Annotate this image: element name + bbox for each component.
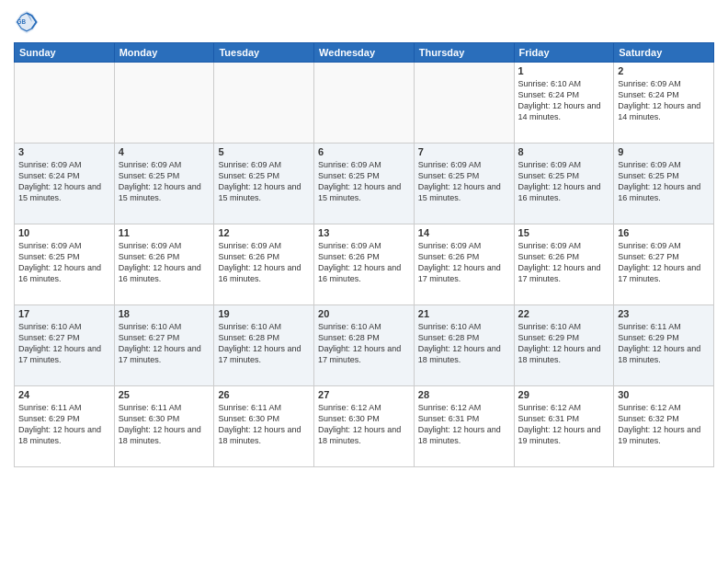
calendar-cell: 26Sunrise: 6:11 AM Sunset: 6:30 PM Dayli… (214, 386, 314, 467)
calendar-cell (114, 63, 214, 144)
calendar-cell: 5Sunrise: 6:09 AM Sunset: 6:25 PM Daylig… (214, 144, 314, 224)
day-number: 10 (18, 227, 110, 238)
calendar-cell: 2Sunrise: 6:09 AM Sunset: 6:24 PM Daylig… (614, 63, 714, 144)
day-info: Sunrise: 6:10 AM Sunset: 6:24 PM Dayligh… (518, 78, 610, 123)
calendar-cell: 17Sunrise: 6:10 AM Sunset: 6:27 PM Dayli… (15, 305, 115, 386)
weekday-header-sunday: Sunday (15, 43, 115, 63)
day-info: Sunrise: 6:11 AM Sunset: 6:30 PM Dayligh… (119, 402, 210, 447)
day-info: Sunrise: 6:10 AM Sunset: 6:28 PM Dayligh… (418, 321, 510, 366)
day-number: 8 (518, 146, 610, 157)
day-info: Sunrise: 6:09 AM Sunset: 6:26 PM Dayligh… (318, 240, 410, 285)
day-number: 21 (418, 308, 510, 319)
day-info: Sunrise: 6:09 AM Sunset: 6:25 PM Dayligh… (418, 159, 510, 204)
calendar-cell (15, 63, 115, 144)
day-info: Sunrise: 6:10 AM Sunset: 6:27 PM Dayligh… (18, 321, 110, 366)
calendar-cell (314, 63, 415, 144)
day-number: 28 (418, 389, 510, 400)
calendar-cell: 22Sunrise: 6:10 AM Sunset: 6:29 PM Dayli… (514, 305, 614, 386)
day-number: 20 (318, 308, 410, 319)
logo-icon: GB (14, 9, 40, 35)
calendar-cell: 30Sunrise: 6:12 AM Sunset: 6:32 PM Dayli… (614, 386, 714, 467)
svg-text:GB: GB (17, 18, 27, 25)
day-info: Sunrise: 6:09 AM Sunset: 6:26 PM Dayligh… (418, 240, 510, 285)
day-info: Sunrise: 6:11 AM Sunset: 6:29 PM Dayligh… (18, 402, 110, 447)
header: GB (14, 9, 714, 35)
day-info: Sunrise: 6:09 AM Sunset: 6:25 PM Dayligh… (18, 240, 110, 285)
day-info: Sunrise: 6:09 AM Sunset: 6:25 PM Dayligh… (518, 159, 610, 204)
weekday-header-saturday: Saturday (614, 43, 714, 63)
day-info: Sunrise: 6:09 AM Sunset: 6:27 PM Dayligh… (618, 240, 710, 285)
calendar-cell: 9Sunrise: 6:09 AM Sunset: 6:25 PM Daylig… (614, 144, 714, 224)
logo: GB (14, 9, 43, 35)
calendar-cell: 25Sunrise: 6:11 AM Sunset: 6:30 PM Dayli… (114, 386, 214, 467)
day-number: 18 (119, 308, 210, 319)
day-number: 29 (518, 389, 610, 400)
calendar-cell: 24Sunrise: 6:11 AM Sunset: 6:29 PM Dayli… (15, 386, 115, 467)
calendar-cell (214, 63, 314, 144)
day-info: Sunrise: 6:09 AM Sunset: 6:25 PM Dayligh… (119, 159, 210, 204)
day-number: 1 (518, 65, 610, 76)
day-number: 3 (18, 146, 110, 157)
day-number: 4 (119, 146, 210, 157)
day-info: Sunrise: 6:12 AM Sunset: 6:31 PM Dayligh… (518, 402, 610, 447)
calendar-cell: 6Sunrise: 6:09 AM Sunset: 6:25 PM Daylig… (314, 144, 415, 224)
calendar-cell: 10Sunrise: 6:09 AM Sunset: 6:25 PM Dayli… (15, 224, 115, 305)
day-number: 2 (618, 65, 710, 76)
calendar: SundayMondayTuesdayWednesdayThursdayFrid… (14, 42, 714, 467)
day-number: 15 (518, 227, 610, 238)
calendar-cell: 29Sunrise: 6:12 AM Sunset: 6:31 PM Dayli… (514, 386, 614, 467)
day-number: 30 (618, 389, 710, 400)
day-number: 17 (18, 308, 110, 319)
calendar-cell: 18Sunrise: 6:10 AM Sunset: 6:27 PM Dayli… (114, 305, 214, 386)
calendar-cell: 23Sunrise: 6:11 AM Sunset: 6:29 PM Dayli… (614, 305, 714, 386)
day-number: 12 (218, 227, 310, 238)
day-info: Sunrise: 6:09 AM Sunset: 6:24 PM Dayligh… (18, 159, 110, 204)
day-info: Sunrise: 6:09 AM Sunset: 6:26 PM Dayligh… (518, 240, 610, 285)
calendar-cell: 8Sunrise: 6:09 AM Sunset: 6:25 PM Daylig… (514, 144, 614, 224)
week-row-1: 1Sunrise: 6:10 AM Sunset: 6:24 PM Daylig… (15, 63, 714, 144)
day-number: 9 (618, 146, 710, 157)
day-number: 11 (119, 227, 210, 238)
day-info: Sunrise: 6:09 AM Sunset: 6:25 PM Dayligh… (318, 159, 410, 204)
week-row-5: 24Sunrise: 6:11 AM Sunset: 6:29 PM Dayli… (15, 386, 714, 467)
day-info: Sunrise: 6:12 AM Sunset: 6:31 PM Dayligh… (418, 402, 510, 447)
calendar-cell: 3Sunrise: 6:09 AM Sunset: 6:24 PM Daylig… (15, 144, 115, 224)
day-info: Sunrise: 6:09 AM Sunset: 6:25 PM Dayligh… (618, 159, 710, 204)
day-number: 13 (318, 227, 410, 238)
calendar-cell: 21Sunrise: 6:10 AM Sunset: 6:28 PM Dayli… (414, 305, 514, 386)
day-number: 26 (218, 389, 310, 400)
day-number: 23 (618, 308, 710, 319)
calendar-cell: 11Sunrise: 6:09 AM Sunset: 6:26 PM Dayli… (114, 224, 214, 305)
week-row-2: 3Sunrise: 6:09 AM Sunset: 6:24 PM Daylig… (15, 144, 714, 224)
day-number: 6 (318, 146, 410, 157)
day-info: Sunrise: 6:09 AM Sunset: 6:26 PM Dayligh… (119, 240, 210, 285)
day-number: 19 (218, 308, 310, 319)
day-info: Sunrise: 6:09 AM Sunset: 6:24 PM Dayligh… (618, 78, 710, 123)
calendar-cell: 14Sunrise: 6:09 AM Sunset: 6:26 PM Dayli… (414, 224, 514, 305)
day-number: 22 (518, 308, 610, 319)
day-info: Sunrise: 6:10 AM Sunset: 6:27 PM Dayligh… (119, 321, 210, 366)
day-number: 16 (618, 227, 710, 238)
calendar-cell: 15Sunrise: 6:09 AM Sunset: 6:26 PM Dayli… (514, 224, 614, 305)
weekday-header-friday: Friday (514, 43, 614, 63)
day-number: 27 (318, 389, 410, 400)
calendar-cell: 16Sunrise: 6:09 AM Sunset: 6:27 PM Dayli… (614, 224, 714, 305)
weekday-header-tuesday: Tuesday (214, 43, 314, 63)
calendar-cell: 12Sunrise: 6:09 AM Sunset: 6:26 PM Dayli… (214, 224, 314, 305)
calendar-cell: 13Sunrise: 6:09 AM Sunset: 6:26 PM Dayli… (314, 224, 415, 305)
day-info: Sunrise: 6:09 AM Sunset: 6:25 PM Dayligh… (218, 159, 310, 204)
day-info: Sunrise: 6:12 AM Sunset: 6:32 PM Dayligh… (618, 402, 710, 447)
day-info: Sunrise: 6:10 AM Sunset: 6:29 PM Dayligh… (518, 321, 610, 366)
calendar-cell: 28Sunrise: 6:12 AM Sunset: 6:31 PM Dayli… (414, 386, 514, 467)
day-number: 14 (418, 227, 510, 238)
week-row-3: 10Sunrise: 6:09 AM Sunset: 6:25 PM Dayli… (15, 224, 714, 305)
calendar-cell: 27Sunrise: 6:12 AM Sunset: 6:30 PM Dayli… (314, 386, 415, 467)
day-number: 7 (418, 146, 510, 157)
day-info: Sunrise: 6:10 AM Sunset: 6:28 PM Dayligh… (218, 321, 310, 366)
calendar-cell (414, 63, 514, 144)
day-info: Sunrise: 6:09 AM Sunset: 6:26 PM Dayligh… (218, 240, 310, 285)
day-number: 25 (119, 389, 210, 400)
day-info: Sunrise: 6:11 AM Sunset: 6:30 PM Dayligh… (218, 402, 310, 447)
week-row-4: 17Sunrise: 6:10 AM Sunset: 6:27 PM Dayli… (15, 305, 714, 386)
calendar-cell: 7Sunrise: 6:09 AM Sunset: 6:25 PM Daylig… (414, 144, 514, 224)
